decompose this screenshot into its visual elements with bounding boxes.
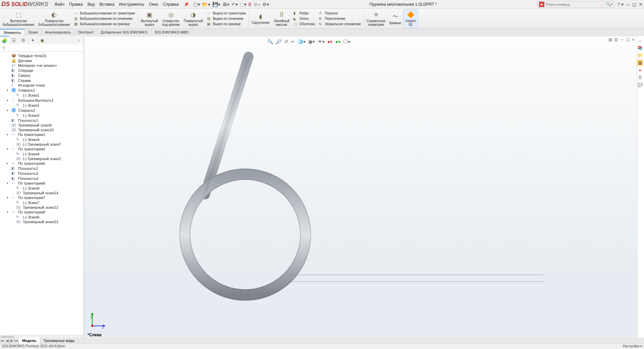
tree-node[interactable]: ✎(-) Эскиз2: [2, 113, 83, 118]
doc-cascade-icon[interactable]: ▥: [614, 37, 618, 42]
tree-node[interactable]: 3D(-) Трехмерный эскиз7: [2, 142, 83, 147]
tree-node[interactable]: ✎(-) Эскиз7: [2, 200, 83, 205]
rail-library-icon[interactable]: 📚: [637, 45, 643, 51]
tree-node[interactable]: ▾〰По траектории2: [2, 147, 83, 151]
pin-icon[interactable]: 📌: [184, 2, 189, 7]
instant3d-button[interactable]: 🔶Instant 3D: [403, 9, 418, 28]
tree-node[interactable]: ✎(-) Эскиз4: [2, 151, 83, 156]
menu-view[interactable]: Вид: [88, 2, 95, 7]
status-customize[interactable]: Настройка ▾: [623, 344, 642, 349]
qat-open-icon[interactable]: 📂▾: [202, 2, 210, 7]
tab-model[interactable]: Модель: [19, 338, 40, 344]
minimize-icon[interactable]: —: [626, 2, 630, 7]
revolved-cut-button[interactable]: ◑Повернутый вырез: [182, 9, 205, 28]
qat-options-icon[interactable]: ⛭▾: [253, 2, 260, 7]
tree-node[interactable]: 🏷Материал <не указан>: [2, 63, 83, 68]
lofted-cut-button[interactable]: ▥Вырез по сечениям: [206, 16, 247, 21]
lofted-boss-button[interactable]: ▥Бобышка/основание по сечениям: [73, 16, 136, 21]
extruded-boss-button[interactable]: ⬚Вытянутая бобышка/основание: [1, 9, 36, 28]
intersect-button[interactable]: ⊗Пересечение: [318, 16, 362, 21]
menu-insert[interactable]: Вставка: [99, 2, 114, 7]
tab-sketch[interactable]: Эскиз: [25, 29, 42, 35]
tree-node[interactable]: ✎(-) Эскиз6: [2, 214, 83, 219]
hide-show-icon[interactable]: 👁▾: [318, 39, 325, 44]
qat-rebuild-icon[interactable]: 8: [249, 2, 251, 7]
tree-node[interactable]: ⤴Исходная точка: [2, 83, 83, 88]
rib-button[interactable]: ▮Ребро: [293, 11, 316, 16]
menu-edit[interactable]: Правка: [69, 2, 83, 7]
tree-node[interactable]: ✎(-) Эскиз1: [2, 103, 83, 108]
zoom-fit-icon[interactable]: 🔍: [267, 39, 273, 44]
swept-cut-button[interactable]: 〰Вырез по траектории: [206, 11, 247, 16]
rail-properties-icon[interactable]: ☰: [637, 74, 643, 81]
tree-node[interactable]: 3DТрехмерный эскиз9: [2, 123, 83, 128]
prev-view-icon[interactable]: ↺: [284, 39, 288, 44]
draft-button[interactable]: ◣Уклон: [293, 16, 316, 21]
qat-undo-icon[interactable]: ↶▾: [231, 2, 238, 7]
doc-max-icon[interactable]: ◱: [626, 37, 630, 42]
tree-node[interactable]: ◧Плоскость3: [2, 171, 83, 176]
tree-node[interactable]: ◧Справа: [2, 78, 83, 83]
tree-node[interactable]: ✎(-) Эскиз8: [2, 186, 83, 191]
reference-geometry-button[interactable]: ✳Справочная геометрия: [365, 9, 387, 28]
tree-node[interactable]: 3DТрехмерный эскиз14: [2, 191, 83, 195]
search-input[interactable]: [546, 2, 606, 6]
doc-close-icon[interactable]: ✕: [632, 37, 635, 42]
hole-wizard-button[interactable]: ◎Отверстие под крепеж: [160, 9, 181, 28]
section-view-icon[interactable]: ✂: [291, 39, 295, 44]
doc-tile-icon[interactable]: ▦: [608, 37, 612, 42]
expand-panel-icon[interactable]: ›: [74, 36, 84, 44]
tab-nav-next[interactable]: ▶: [9, 338, 14, 344]
revolved-boss-button[interactable]: ◐Повернутая бобышка/основание: [36, 9, 72, 28]
tree-node[interactable]: 3DТрехмерный эскиз10: [2, 128, 83, 132]
qat-save-icon[interactable]: 💾▾: [212, 2, 220, 7]
mirror-button[interactable]: ⇋Зеркальное отражение: [318, 21, 362, 27]
tree-node[interactable]: ◧Плоскость1: [2, 118, 83, 123]
linear-pattern-button[interactable]: ⠿Линейный массив: [272, 9, 291, 28]
tree-node[interactable]: ◧Спереди: [2, 68, 83, 73]
qat-new-icon[interactable]: ▢▾: [194, 2, 200, 7]
tree-node[interactable]: ▾〰По траектории1: [2, 132, 83, 137]
feature-tree-tab-icon[interactable]: 🧩: [0, 36, 9, 45]
menu-window[interactable]: Окно: [149, 2, 158, 7]
maximize-icon[interactable]: ◱: [632, 2, 637, 7]
tree-node[interactable]: ▾〰По траектории7: [2, 195, 83, 200]
dimxpert-tab-icon[interactable]: ✦: [28, 36, 38, 44]
shell-button[interactable]: ▢Оболочка: [293, 21, 316, 27]
display-style-icon[interactable]: ▣▾: [308, 39, 315, 44]
close-icon[interactable]: ✕: [639, 2, 643, 7]
extruded-cut-button[interactable]: ▣Вытянутый вырез: [139, 9, 160, 28]
tab-3dviews[interactable]: Трехмерные виды: [40, 338, 78, 344]
tab-addins[interactable]: Добавления SOLIDWORKS: [97, 29, 151, 35]
menu-help[interactable]: Справка: [163, 2, 179, 7]
tree-node[interactable]: 🔔Датчики: [2, 58, 83, 63]
tree-node[interactable]: 3DТрехмерный эскиз12: [2, 205, 83, 210]
filter-icon[interactable]: ▽: [2, 46, 5, 51]
tab-features[interactable]: Элементы: [0, 29, 25, 35]
tree-node[interactable]: 3D(-) Трехмерный эскиз2: [2, 156, 83, 161]
feature-tree[interactable]: 📦Твердые тела(3)🔔Датчики🏷Материал <не ук…: [0, 52, 84, 335]
boundary-boss-button[interactable]: ▦Бобышка/основание на границе: [73, 21, 136, 27]
tree-node[interactable]: ▾〰По траектории6: [2, 181, 83, 186]
qat-settings-icon[interactable]: ⚙▾: [262, 2, 269, 7]
tree-node[interactable]: 3DТрехмерный эскиз13: [2, 219, 83, 224]
swept-boss-button[interactable]: 〰Бобышка/основание по траектории: [73, 11, 136, 16]
tree-node[interactable]: ▾⬚Бобышка-Вытянуть1: [2, 98, 83, 103]
config-tab-icon[interactable]: ⚙: [19, 36, 28, 44]
tree-node[interactable]: ▾🌀Спираль1: [2, 88, 83, 93]
curves-button[interactable]: 〜Кривые: [387, 9, 403, 28]
tree-node[interactable]: 📦Твердые тела(3): [2, 53, 83, 58]
search-icon[interactable]: 🔍▾: [606, 2, 613, 6]
tree-node[interactable]: ✎(-) Эскиз1: [2, 93, 83, 98]
wrap-button[interactable]: ↺Перенос: [318, 11, 362, 16]
rail-explorer-icon[interactable]: 📁: [637, 52, 643, 58]
graphics-area[interactable]: ▦ ▥ — ◱ ✕ 🔍 🔎 ↺ ✂ 🧊▾ ▣▾ 👁▾ ●▾ ●▾ 🖵▾: [84, 36, 637, 340]
tree-node[interactable]: ◧Сверху: [2, 73, 83, 78]
rail-view-palette-icon[interactable]: ▦: [637, 60, 643, 66]
tab-mbd[interactable]: SOLIDWORKS MBD: [151, 29, 193, 35]
tree-node[interactable]: ▾🌀Спираль2: [2, 108, 83, 113]
view-settings-icon[interactable]: 🖵▾: [343, 39, 350, 44]
help-icon[interactable]: ? ▾: [617, 2, 624, 7]
tree-node[interactable]: ▾〰По траектории8: [2, 210, 83, 214]
qat-print-icon[interactable]: 🖶▾: [222, 2, 229, 7]
